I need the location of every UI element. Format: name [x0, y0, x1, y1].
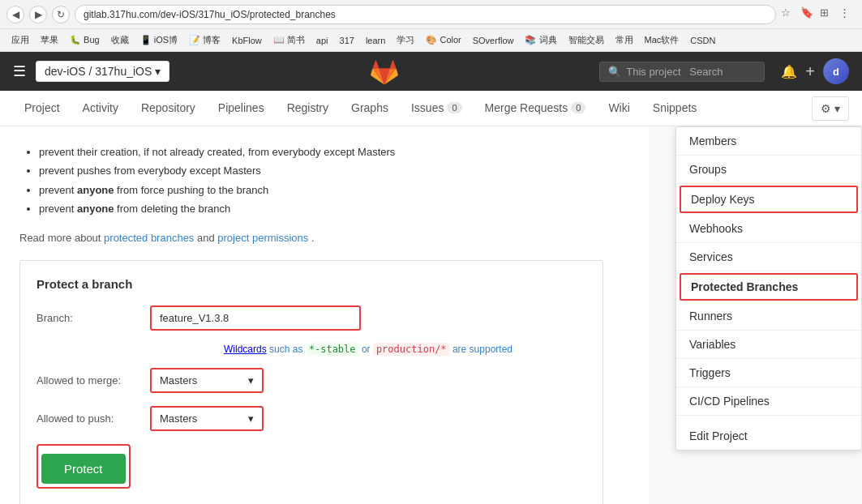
url-bar[interactable]: [75, 5, 776, 24]
read-more-text: Read more about protected branches and p…: [19, 232, 629, 244]
nav-item-snippets[interactable]: Snippets: [641, 91, 708, 126]
protection-bullets-list: prevent their creation, if not already c…: [19, 143, 629, 219]
nav-item-project[interactable]: Project: [13, 91, 71, 126]
bookmark-common[interactable]: 常用: [611, 32, 638, 48]
nav-item-merge-requests[interactable]: Merge Requests 0: [474, 91, 598, 126]
settings-dropdown-button[interactable]: ⚙ ▾: [812, 96, 849, 121]
nav-item-activity[interactable]: Activity: [71, 91, 130, 126]
protected-branches-link[interactable]: protected branches: [104, 232, 194, 244]
menu-item-protected-branches[interactable]: Protected Branches: [680, 273, 858, 301]
push-form-row: Allowed to push: Masters ▾: [36, 406, 586, 431]
bookmark-jianshu[interactable]: 📖 简书: [268, 32, 310, 48]
menu-item-runners[interactable]: Runners: [676, 302, 861, 331]
forward-button[interactable]: ▶: [29, 6, 47, 23]
push-label: Allowed to push:: [36, 412, 150, 425]
project-breadcrumb[interactable]: dev-iOS / 317hu_iOS ▾: [36, 61, 169, 82]
notification-bell-icon[interactable]: 🔔: [781, 64, 797, 79]
bookmark-collect[interactable]: 收藏: [106, 32, 134, 48]
merge-chevron-icon: ▾: [248, 374, 254, 387]
bookmark-kbflow[interactable]: KbFlow: [227, 34, 267, 47]
main-content: prevent their creation, if not already c…: [0, 126, 862, 504]
protect-branch-box: Protect a branch Branch: Wildcards such …: [19, 260, 603, 504]
menu-item-members[interactable]: Members: [676, 127, 861, 156]
back-button[interactable]: ◀: [6, 6, 24, 23]
bookmark-color[interactable]: 🎨 Color: [421, 33, 465, 47]
search-box[interactable]: 🔍: [599, 62, 765, 82]
nav-item-wiki[interactable]: Wiki: [597, 91, 641, 126]
hamburger-menu-icon[interactable]: ☰: [13, 62, 26, 80]
bullet-3: prevent anyone from force pushing to the…: [39, 181, 629, 199]
user-avatar[interactable]: d: [823, 58, 849, 84]
menu-item-deploy-keys[interactable]: Deploy Keys: [680, 186, 858, 213]
menu-item-triggers[interactable]: Triggers: [676, 359, 861, 387]
bookmark-bug[interactable]: 🐛 Bug: [65, 33, 105, 47]
refresh-button[interactable]: ↻: [52, 6, 70, 23]
menu-item-edit-project[interactable]: Edit Project: [676, 422, 861, 450]
project-permissions-link[interactable]: project permissions: [217, 232, 308, 244]
gitlab-logo: [370, 57, 399, 86]
wildcard-example1: *-stable: [306, 343, 359, 356]
bookmark-study[interactable]: 学习: [392, 32, 419, 48]
push-dropdown[interactable]: Masters ▾: [150, 406, 264, 431]
nav-item-pipelines[interactable]: Pipelines: [207, 91, 276, 126]
nav-item-issues[interactable]: Issues 0: [400, 91, 474, 126]
nav-bar: Project Activity Repository Pipelines Re…: [0, 91, 862, 126]
bookmark-icon[interactable]: 🔖: [800, 6, 817, 23]
issues-badge: 0: [447, 102, 461, 113]
merge-requests-badge: 0: [571, 102, 585, 113]
gear-icon: ⚙: [821, 102, 831, 115]
bookmark-mac[interactable]: Mac软件: [640, 32, 684, 48]
menu-item-cicd-pipelines[interactable]: CI/CD Pipelines: [676, 387, 861, 416]
push-value: Masters: [160, 412, 197, 425]
wildcards-hint: Wildcards such as *-stable or production…: [150, 344, 586, 355]
more-icon[interactable]: ⋮: [839, 6, 856, 23]
bullet-4: prevent anyone from deleting the branch: [39, 199, 629, 218]
dropdown-spacer: [676, 416, 861, 422]
merge-label: Allowed to merge:: [36, 374, 150, 387]
search-input[interactable]: [626, 66, 756, 78]
settings-dropdown-menu: Members Groups Deploy Keys Webhooks Serv…: [675, 126, 862, 451]
menu-item-webhooks[interactable]: Webhooks: [676, 215, 861, 243]
nav-item-graphs[interactable]: Graphs: [340, 91, 400, 126]
bookmark-ios[interactable]: 📱 iOS博: [135, 32, 182, 48]
extensions-icon[interactable]: ⊞: [820, 6, 836, 23]
bullet-1: prevent their creation, if not already c…: [39, 143, 629, 161]
page-body: prevent their creation, if not already c…: [0, 126, 649, 504]
bullet-2: prevent pushes from everybody except Mas…: [39, 161, 629, 180]
bookmark-blog[interactable]: 📝 博客: [184, 32, 225, 48]
wildcard-example2: production/*: [373, 343, 450, 356]
bookmark-apple[interactable]: 苹果: [36, 32, 63, 48]
bookmark-so[interactable]: SOverflow: [468, 34, 519, 47]
merge-form-row: Allowed to merge: Masters ▾: [36, 368, 586, 393]
settings-chevron-icon: ▾: [834, 102, 840, 115]
merge-dropdown[interactable]: Masters ▾: [150, 368, 264, 393]
nav-item-registry[interactable]: Registry: [276, 91, 340, 126]
search-icon: 🔍: [608, 66, 621, 78]
bookmark-apps[interactable]: 应用: [6, 32, 34, 48]
add-new-icon[interactable]: +: [805, 62, 815, 81]
bookmark-trade[interactable]: 智能交易: [564, 32, 609, 48]
protect-button-wrapper: Protect: [36, 444, 131, 489]
gitlab-header: ☰ dev-iOS / 317hu_iOS ▾ 🔍 🔔 + d: [0, 52, 862, 91]
merge-value: Masters: [160, 374, 197, 387]
bookmark-learn[interactable]: learn: [361, 34, 390, 47]
bookmark-dict[interactable]: 📚 词典: [520, 32, 561, 48]
branch-label: Branch:: [36, 312, 150, 324]
protect-box-title: Protect a branch: [36, 277, 586, 291]
browser-bar: ◀ ▶ ↻ ☆ 🔖 ⊞ ⋮: [0, 0, 862, 29]
star-icon[interactable]: ☆: [781, 6, 797, 23]
branch-form-row: Branch:: [36, 305, 586, 331]
menu-item-variables[interactable]: Variables: [676, 331, 861, 359]
protect-button[interactable]: Protect: [41, 454, 126, 484]
bookmark-317[interactable]: 317: [335, 34, 359, 47]
push-chevron-icon: ▾: [248, 412, 254, 425]
branch-input[interactable]: [160, 312, 351, 324]
wildcards-link[interactable]: Wildcards: [224, 344, 267, 355]
bookmark-api[interactable]: api: [311, 34, 333, 47]
bookmarks-bar: 应用 苹果 🐛 Bug 收藏 📱 iOS博 📝 博客 KbFlow 📖 简书 a…: [0, 29, 862, 52]
bookmark-csdn[interactable]: CSDN: [685, 34, 720, 47]
menu-item-services[interactable]: Services: [676, 243, 861, 271]
menu-item-groups[interactable]: Groups: [676, 156, 861, 184]
nav-item-repository[interactable]: Repository: [130, 91, 207, 126]
branch-field-wrap: [150, 305, 361, 331]
